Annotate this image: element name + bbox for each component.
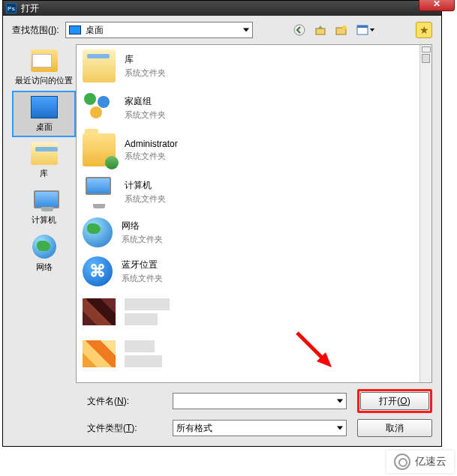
place-label: 计算机	[32, 214, 56, 226]
place-label: 网络	[36, 262, 53, 273]
scroll-thumb[interactable]	[422, 54, 430, 63]
file-pane: 库 系统文件夹 家庭组 系统文件夹	[76, 44, 432, 383]
item-name: 库	[125, 53, 166, 66]
filetype-combo[interactable]: 所有格式	[173, 420, 347, 436]
lookin-row: 查找范围(I): 桌面	[12, 22, 432, 38]
watermark-logo-icon	[394, 454, 410, 470]
list-item[interactable]: 计算机 系统文件夹	[77, 171, 419, 213]
filetype-label: 文件类型(T):	[87, 422, 162, 435]
chevron-down-icon	[370, 28, 374, 31]
item-name: Administrator	[125, 139, 178, 149]
library-icon	[83, 49, 116, 82]
scrollbar[interactable]	[419, 45, 431, 382]
watermark: 亿速云	[386, 451, 454, 473]
up-icon	[314, 24, 326, 36]
library-icon	[31, 142, 58, 165]
redacted-text	[125, 313, 158, 325]
place-label: 库	[40, 168, 48, 179]
redacted-text	[125, 340, 155, 352]
desktop-icon	[69, 25, 81, 34]
redacted-text	[125, 355, 162, 367]
mid-area: 最近访问的位置 桌面 库 计算机 网络	[12, 44, 432, 383]
bluetooth-icon: ⌘	[83, 256, 113, 286]
network-icon	[32, 235, 56, 259]
favorite-button[interactable]: ★	[416, 22, 432, 38]
computer-icon	[83, 175, 116, 208]
place-label: 桌面	[36, 121, 53, 133]
titlebar: Ps 打开 ✕	[3, 1, 441, 16]
window-title: 打开	[21, 2, 39, 15]
place-recent[interactable]: 最近访问的位置	[12, 44, 76, 91]
svg-point-3	[342, 25, 347, 30]
open-button[interactable]: 打开(O)	[360, 392, 429, 410]
chevron-down-icon	[337, 427, 343, 430]
viewmenu-button[interactable]	[354, 22, 377, 38]
places-bar: 最近访问的位置 桌面 库 计算机 网络	[12, 44, 76, 383]
bottom-controls: 文件名(N): 打开(O) 文件类型(T): 所有格式 取消	[12, 389, 432, 437]
svg-point-0	[294, 25, 305, 35]
place-label: 最近访问的位置	[15, 75, 73, 86]
globe-icon	[83, 217, 113, 247]
computer-icon	[31, 189, 58, 211]
item-type: 系统文件夹	[122, 273, 163, 284]
file-list[interactable]: 库 系统文件夹 家庭组 系统文件夹	[77, 45, 419, 382]
star-icon: ★	[419, 24, 429, 36]
item-name: 蓝牙位置	[122, 259, 163, 271]
app-icon: Ps	[6, 3, 17, 13]
nav-toolbar: ★	[291, 22, 432, 38]
place-computer[interactable]: 计算机	[12, 184, 76, 230]
scroll-up-icon	[422, 46, 431, 52]
list-item-redacted[interactable]	[77, 333, 419, 375]
item-type: 系统文件夹	[125, 109, 166, 121]
open-button-highlight: 打开(O)	[357, 389, 432, 413]
svg-rect-1	[316, 28, 325, 34]
place-library[interactable]: 库	[12, 137, 76, 184]
cancel-button[interactable]: 取消	[357, 419, 432, 437]
up-button[interactable]	[312, 22, 329, 38]
filetype-value: 所有格式	[176, 422, 212, 435]
list-item[interactable]: 网络 系统文件夹	[77, 213, 419, 252]
chevron-down-icon	[243, 28, 249, 32]
filename-combo[interactable]	[173, 393, 347, 409]
item-name: 网络	[122, 220, 163, 232]
list-item[interactable]: 库 系统文件夹	[77, 45, 419, 87]
lookin-combo[interactable]: 桌面	[65, 22, 253, 38]
filename-input[interactable]	[176, 396, 326, 406]
open-dialog: Ps 打开 ✕ 查找范围(I): 桌面	[2, 0, 442, 447]
newfolder-icon	[335, 24, 347, 36]
redacted-text	[125, 298, 170, 310]
redacted-thumb	[83, 298, 116, 325]
desktop-icon	[31, 96, 58, 118]
item-name: 计算机	[125, 179, 166, 192]
back-icon	[293, 24, 305, 36]
newfolder-button[interactable]	[333, 22, 350, 38]
person-icon	[105, 156, 119, 169]
back-button[interactable]	[291, 22, 308, 38]
redacted-thumb	[83, 340, 116, 367]
watermark-text: 亿速云	[415, 455, 446, 469]
lookin-value: 桌面	[86, 24, 104, 37]
list-item[interactable]: Administrator 系统文件夹	[77, 129, 419, 171]
list-item[interactable]: 家庭组 系统文件夹	[77, 87, 419, 129]
place-desktop[interactable]: 桌面	[12, 91, 76, 137]
item-type: 系统文件夹	[122, 234, 163, 245]
item-type: 系统文件夹	[125, 193, 166, 205]
list-item-redacted[interactable]	[77, 291, 419, 333]
item-name: 家庭组	[125, 95, 166, 108]
viewmenu-icon	[356, 24, 368, 36]
svg-rect-5	[357, 25, 368, 28]
filename-label: 文件名(N):	[87, 395, 162, 408]
item-type: 系统文件夹	[125, 151, 178, 162]
close-button[interactable]: ✕	[419, 0, 455, 11]
list-item[interactable]: ⌘ 蓝牙位置 系统文件夹	[77, 252, 419, 291]
place-network[interactable]: 网络	[12, 230, 76, 277]
recent-icon	[31, 49, 58, 72]
item-type: 系统文件夹	[125, 67, 166, 79]
chevron-down-icon	[337, 400, 343, 403]
lookin-label: 查找范围(I):	[12, 24, 59, 37]
homegroup-icon	[83, 91, 116, 124]
dialog-body: 查找范围(I): 桌面	[3, 16, 441, 446]
close-icon: ✕	[433, 0, 440, 9]
